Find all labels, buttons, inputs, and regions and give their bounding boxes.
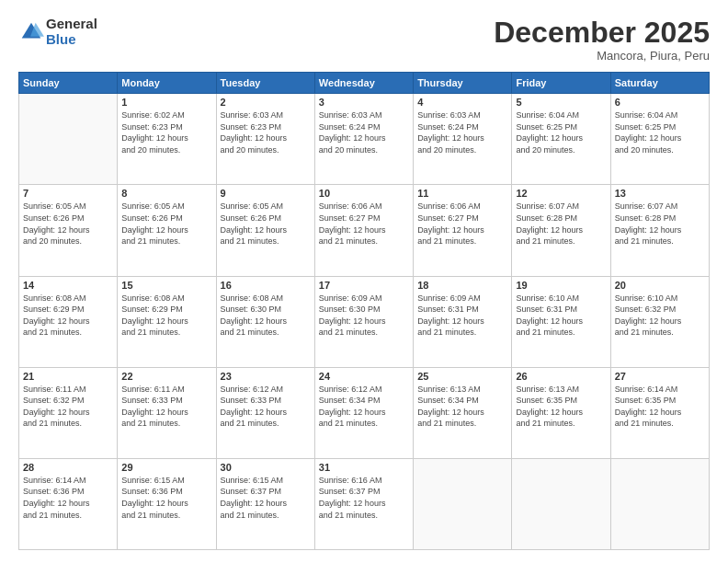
calendar-cell: 13Sunrise: 6:07 AM Sunset: 6:28 PM Dayli… [610,185,709,276]
day-info: Sunrise: 6:12 AM Sunset: 6:34 PM Dayligh… [319,384,409,430]
calendar-cell: 29Sunrise: 6:15 AM Sunset: 6:36 PM Dayli… [118,458,216,549]
calendar-cell: 1Sunrise: 6:02 AM Sunset: 6:23 PM Daylig… [118,94,216,185]
day-number: 30 [221,462,311,473]
day-info: Sunrise: 6:05 AM Sunset: 6:26 PM Dayligh… [121,201,211,247]
calendar-cell: 14Sunrise: 6:08 AM Sunset: 6:29 PM Dayli… [19,276,118,367]
calendar-cell: 30Sunrise: 6:15 AM Sunset: 6:37 PM Dayli… [216,458,314,549]
day-info: Sunrise: 6:06 AM Sunset: 6:27 PM Dayligh… [417,201,507,247]
day-number: 11 [417,188,507,199]
calendar-week-row: 28Sunrise: 6:14 AM Sunset: 6:36 PM Dayli… [19,458,710,549]
calendar-cell: 22Sunrise: 6:11 AM Sunset: 6:33 PM Dayli… [118,367,216,458]
day-info: Sunrise: 6:12 AM Sunset: 6:33 PM Dayligh… [221,384,311,430]
calendar-cell: 11Sunrise: 6:06 AM Sunset: 6:27 PM Dayli… [414,185,512,276]
month-title: December 2025 [494,17,710,49]
day-info: Sunrise: 6:08 AM Sunset: 6:29 PM Dayligh… [23,293,113,339]
calendar-cell: 26Sunrise: 6:13 AM Sunset: 6:35 PM Dayli… [512,367,610,458]
day-number: 5 [516,97,606,108]
day-info: Sunrise: 6:13 AM Sunset: 6:34 PM Dayligh… [417,384,507,430]
calendar-cell: 18Sunrise: 6:09 AM Sunset: 6:31 PM Dayli… [414,276,512,367]
col-header-tuesday: Tuesday [216,73,314,94]
day-number: 10 [319,188,409,199]
day-info: Sunrise: 6:08 AM Sunset: 6:30 PM Dayligh… [221,293,311,339]
calendar-week-row: 7Sunrise: 6:05 AM Sunset: 6:26 PM Daylig… [19,185,710,276]
day-info: Sunrise: 6:06 AM Sunset: 6:27 PM Dayligh… [319,201,409,247]
page: General Blue December 2025 Mancora, Piur… [0,0,728,563]
calendar-cell: 23Sunrise: 6:12 AM Sunset: 6:33 PM Dayli… [216,367,314,458]
calendar-cell: 20Sunrise: 6:10 AM Sunset: 6:32 PM Dayli… [610,276,709,367]
calendar-cell: 4Sunrise: 6:03 AM Sunset: 6:24 PM Daylig… [414,94,512,185]
day-info: Sunrise: 6:07 AM Sunset: 6:28 PM Dayligh… [516,201,606,247]
day-number: 16 [221,280,311,291]
calendar-cell: 12Sunrise: 6:07 AM Sunset: 6:28 PM Dayli… [512,185,610,276]
day-number: 24 [319,371,409,382]
day-number: 17 [319,280,409,291]
day-number: 28 [23,462,113,473]
day-number: 13 [615,188,705,199]
day-number: 23 [221,371,311,382]
col-header-thursday: Thursday [414,73,512,94]
day-number: 22 [121,371,211,382]
calendar-cell: 5Sunrise: 6:04 AM Sunset: 6:25 PM Daylig… [512,94,610,185]
calendar-cell [512,458,610,549]
calendar-cell [19,94,118,185]
day-number: 21 [23,371,113,382]
day-info: Sunrise: 6:14 AM Sunset: 6:35 PM Dayligh… [615,384,705,430]
day-info: Sunrise: 6:16 AM Sunset: 6:37 PM Dayligh… [319,475,409,521]
day-number: 25 [417,371,507,382]
day-number: 12 [516,188,606,199]
day-info: Sunrise: 6:05 AM Sunset: 6:26 PM Dayligh… [23,201,113,247]
calendar-cell: 3Sunrise: 6:03 AM Sunset: 6:24 PM Daylig… [314,94,413,185]
calendar-week-row: 14Sunrise: 6:08 AM Sunset: 6:29 PM Dayli… [19,276,710,367]
day-info: Sunrise: 6:04 AM Sunset: 6:25 PM Dayligh… [615,109,705,155]
day-info: Sunrise: 6:09 AM Sunset: 6:31 PM Dayligh… [417,293,507,339]
day-info: Sunrise: 6:05 AM Sunset: 6:26 PM Dayligh… [221,201,311,247]
day-number: 26 [516,371,606,382]
day-number: 19 [516,280,606,291]
calendar-cell: 10Sunrise: 6:06 AM Sunset: 6:27 PM Dayli… [314,185,413,276]
day-info: Sunrise: 6:15 AM Sunset: 6:37 PM Dayligh… [221,475,311,521]
day-number: 1 [121,97,211,108]
col-header-wednesday: Wednesday [314,73,413,94]
day-number: 7 [23,188,113,199]
col-header-monday: Monday [118,73,216,94]
calendar-cell: 31Sunrise: 6:16 AM Sunset: 6:37 PM Dayli… [314,458,413,549]
calendar-week-row: 1Sunrise: 6:02 AM Sunset: 6:23 PM Daylig… [19,94,710,185]
logo: General Blue [18,17,97,47]
calendar-cell: 2Sunrise: 6:03 AM Sunset: 6:23 PM Daylig… [216,94,314,185]
day-info: Sunrise: 6:13 AM Sunset: 6:35 PM Dayligh… [516,384,606,430]
day-info: Sunrise: 6:14 AM Sunset: 6:36 PM Dayligh… [23,475,113,521]
logo-text: General Blue [46,17,97,47]
day-number: 6 [615,97,705,108]
calendar-cell: 17Sunrise: 6:09 AM Sunset: 6:30 PM Dayli… [314,276,413,367]
day-info: Sunrise: 6:15 AM Sunset: 6:36 PM Dayligh… [121,475,211,521]
calendar-cell: 7Sunrise: 6:05 AM Sunset: 6:26 PM Daylig… [19,185,118,276]
calendar-week-row: 21Sunrise: 6:11 AM Sunset: 6:32 PM Dayli… [19,367,710,458]
day-number: 20 [615,280,705,291]
day-info: Sunrise: 6:10 AM Sunset: 6:32 PM Dayligh… [615,293,705,339]
day-number: 31 [319,462,409,473]
day-info: Sunrise: 6:11 AM Sunset: 6:32 PM Dayligh… [23,384,113,430]
day-info: Sunrise: 6:08 AM Sunset: 6:29 PM Dayligh… [121,293,211,339]
day-number: 2 [221,97,311,108]
logo-general: General [46,17,97,32]
title-block: December 2025 Mancora, Piura, Peru [494,17,710,63]
calendar-cell [414,458,512,549]
day-info: Sunrise: 6:07 AM Sunset: 6:28 PM Dayligh… [615,201,705,247]
calendar-cell: 16Sunrise: 6:08 AM Sunset: 6:30 PM Dayli… [216,276,314,367]
calendar-cell: 8Sunrise: 6:05 AM Sunset: 6:26 PM Daylig… [118,185,216,276]
calendar-cell: 19Sunrise: 6:10 AM Sunset: 6:31 PM Dayli… [512,276,610,367]
logo-icon [18,19,44,45]
day-number: 29 [121,462,211,473]
calendar-cell: 27Sunrise: 6:14 AM Sunset: 6:35 PM Dayli… [610,367,709,458]
col-header-friday: Friday [512,73,610,94]
day-info: Sunrise: 6:03 AM Sunset: 6:24 PM Dayligh… [319,109,409,155]
day-number: 15 [121,280,211,291]
day-info: Sunrise: 6:11 AM Sunset: 6:33 PM Dayligh… [121,384,211,430]
day-number: 9 [221,188,311,199]
header: General Blue December 2025 Mancora, Piur… [18,17,710,63]
day-number: 18 [417,280,507,291]
day-info: Sunrise: 6:09 AM Sunset: 6:30 PM Dayligh… [319,293,409,339]
day-info: Sunrise: 6:03 AM Sunset: 6:24 PM Dayligh… [417,109,507,155]
calendar-cell: 21Sunrise: 6:11 AM Sunset: 6:32 PM Dayli… [19,367,118,458]
day-number: 14 [23,280,113,291]
